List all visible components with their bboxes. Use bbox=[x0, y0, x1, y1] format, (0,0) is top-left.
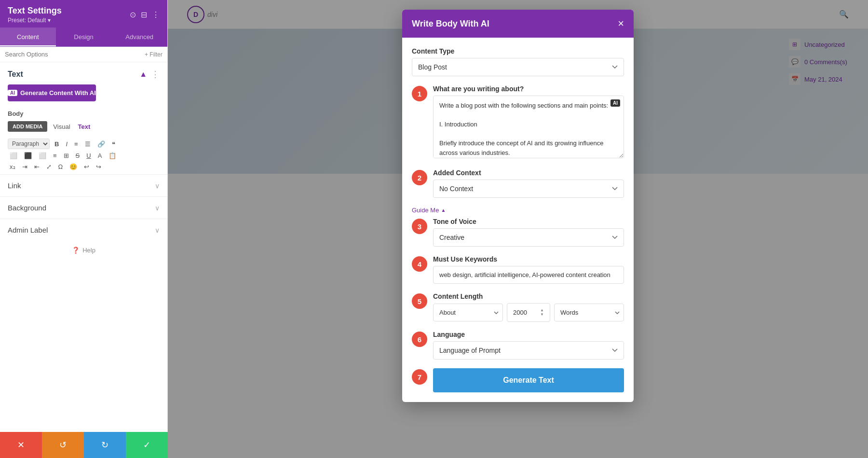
strikethrough-button[interactable]: S bbox=[74, 151, 82, 160]
help-label[interactable]: Help bbox=[82, 247, 95, 254]
table-button[interactable]: ⊞ bbox=[62, 151, 71, 160]
modal-close-button[interactable]: × bbox=[618, 18, 624, 29]
writing-textarea[interactable] bbox=[433, 96, 624, 158]
link-button[interactable]: 🔗 bbox=[95, 139, 107, 149]
section-more-dots[interactable]: ⋮ bbox=[151, 69, 160, 80]
text-color-button[interactable]: A bbox=[96, 151, 104, 160]
step-7-badge: 7 bbox=[412, 369, 427, 385]
tab-advanced[interactable]: Advanced bbox=[111, 28, 167, 46]
generate-text-button[interactable]: Generate Text bbox=[433, 368, 624, 392]
bold-button[interactable]: B bbox=[53, 139, 61, 149]
step-6-badge: 6 bbox=[412, 332, 427, 347]
align-right-button[interactable]: ⬜ bbox=[37, 151, 48, 160]
redo-footer-button[interactable]: ↻ bbox=[84, 432, 126, 458]
link-label: Link bbox=[8, 181, 21, 190]
modal-body: Content Type Blog Post Article Essay 1 W… bbox=[402, 38, 634, 402]
search-input[interactable] bbox=[5, 51, 141, 58]
step-3-badge: 3 bbox=[412, 219, 427, 234]
more-icon[interactable]: ⋮ bbox=[152, 10, 160, 19]
text-tab[interactable]: Text bbox=[76, 122, 93, 131]
panel-header-icons: ⊙ ⊟ ⋮ bbox=[130, 10, 160, 19]
add-media-button[interactable]: ADD MEDIA bbox=[8, 121, 47, 132]
generate-ai-button[interactable]: AI Generate Content With AI bbox=[8, 84, 96, 101]
layout-icon[interactable]: ⊟ bbox=[141, 10, 147, 19]
content-type-select[interactable]: Blog Post Article Essay bbox=[412, 58, 624, 76]
tab-content[interactable]: Content bbox=[0, 28, 56, 46]
help-row: ❓ Help bbox=[0, 241, 167, 260]
tone-of-voice-select[interactable]: Professional Casual Creative Humorous Fo… bbox=[433, 228, 624, 247]
save-button[interactable]: ✓ bbox=[126, 432, 168, 458]
step-5-row: 5 Content Length About Exactly At Least … bbox=[412, 292, 624, 322]
length-spinner-up[interactable]: ▲ bbox=[540, 308, 544, 312]
step-6-row: 6 Language Language of Prompt English Sp… bbox=[412, 331, 624, 360]
step-5-content: Content Length About Exactly At Least 20… bbox=[433, 292, 624, 322]
step-6-label: Language bbox=[433, 331, 624, 338]
length-spinner-down[interactable]: ▼ bbox=[540, 313, 544, 317]
expand-button[interactable]: ⤢ bbox=[44, 162, 54, 171]
filter-button[interactable]: + Filter bbox=[145, 51, 163, 58]
step-3-label: Tone of Voice bbox=[433, 218, 624, 225]
special-char-button[interactable]: Ω bbox=[56, 162, 65, 171]
focus-icon[interactable]: ⊙ bbox=[130, 10, 136, 19]
background-section-header[interactable]: Background ∨ bbox=[0, 197, 167, 219]
language-select[interactable]: Language of Prompt English Spanish Frenc… bbox=[433, 341, 624, 360]
underline-button[interactable]: U bbox=[84, 151, 93, 160]
subscript-button[interactable]: x₂ bbox=[8, 162, 17, 171]
text-section-title: Text bbox=[8, 70, 23, 79]
admin-label-section: Admin Label ∨ bbox=[0, 219, 167, 241]
guide-me-link[interactable]: Guide Me ▲ bbox=[412, 207, 624, 214]
added-context-select[interactable]: No Context Custom Context Page Context bbox=[433, 180, 624, 198]
tab-design[interactable]: Design bbox=[56, 28, 112, 46]
step-5-badge: 5 bbox=[412, 293, 427, 309]
align-left-button[interactable]: ⬜ bbox=[8, 151, 19, 160]
link-section-header[interactable]: Link ∨ bbox=[0, 175, 167, 196]
visual-tab[interactable]: Visual bbox=[51, 122, 72, 131]
align-justify-button[interactable]: ≡ bbox=[51, 151, 59, 160]
step-7-content: Generate Text bbox=[433, 368, 624, 392]
admin-label-section-header[interactable]: Admin Label ∨ bbox=[0, 219, 167, 241]
ordered-list-button[interactable]: ☰ bbox=[83, 139, 93, 149]
italic-button[interactable]: I bbox=[64, 139, 69, 149]
panel-preset[interactable]: Preset: Default ▾ bbox=[8, 17, 62, 24]
step-5-label: Content Length bbox=[433, 292, 624, 300]
indent-button[interactable]: ⇥ bbox=[20, 162, 29, 171]
modal-header: Write Body With AI × bbox=[402, 10, 634, 38]
keywords-input[interactable] bbox=[433, 266, 624, 284]
step-3-content: Tone of Voice Professional Casual Creati… bbox=[433, 218, 624, 247]
paragraph-select[interactable]: Paragraph bbox=[8, 139, 50, 149]
ai-button-label: Generate Content With AI bbox=[20, 89, 96, 97]
emoji-button[interactable]: 😊 bbox=[68, 162, 79, 171]
step-1-content: What are you writing about? AI bbox=[433, 85, 624, 160]
guide-arrow-icon: ▲ bbox=[441, 208, 446, 213]
undo-footer-button[interactable]: ↺ bbox=[42, 432, 84, 458]
paste-button[interactable]: 📋 bbox=[107, 151, 118, 160]
panel-title: Text Settings bbox=[8, 6, 62, 16]
unordered-list-button[interactable]: ≡ bbox=[72, 139, 80, 149]
link-arrow-icon: ∨ bbox=[155, 182, 160, 190]
left-panel: Text Settings Preset: Default ▾ ⊙ ⊟ ⋮ Co… bbox=[0, 0, 168, 458]
undo-button[interactable]: ↩ bbox=[82, 162, 91, 171]
panel-content: Text ▲ ⋮ AI Generate Content With AI Bod… bbox=[0, 62, 167, 458]
textarea-ai-icon: AI bbox=[610, 99, 620, 107]
admin-label-arrow-icon: ∨ bbox=[155, 226, 160, 234]
outdent-button[interactable]: ⇤ bbox=[32, 162, 41, 171]
length-about-select[interactable]: About Exactly At Least bbox=[433, 304, 503, 321]
align-center-button[interactable]: ⬛ bbox=[22, 151, 34, 160]
editor-toolbar: Paragraph B I ≡ ☰ 🔗 ❝ ⬜ ⬛ ⬜ ≡ ⊞ S U A 📋 … bbox=[0, 136, 167, 174]
background-section: Background ∨ bbox=[0, 196, 167, 219]
modal-overlay: Write Body With AI × Content Type Blog P… bbox=[168, 0, 868, 458]
section-collapse-arrow[interactable]: ▲ bbox=[139, 70, 147, 79]
background-label: Background bbox=[8, 204, 46, 212]
length-words-select[interactable]: Words Characters Sentences bbox=[554, 304, 624, 321]
blockquote-button[interactable]: ❝ bbox=[110, 139, 117, 149]
guide-me-label: Guide Me bbox=[412, 207, 439, 214]
redo-button[interactable]: ↪ bbox=[94, 162, 103, 171]
section-controls: ▲ ⋮ bbox=[139, 69, 160, 80]
panel-footer: ✕ ↺ ↻ ✓ bbox=[0, 432, 168, 458]
cancel-button[interactable]: ✕ bbox=[0, 432, 42, 458]
step-4-label: Must Use Keywords bbox=[433, 255, 624, 263]
step-1-label: What are you writing about? bbox=[433, 85, 624, 93]
panel-tabs: Content Design Advanced bbox=[0, 28, 167, 47]
step-4-content: Must Use Keywords bbox=[433, 255, 624, 284]
main-area: D divi HOME SAMPLE PAGE UNCATEGORIZED 🔍 … bbox=[168, 0, 868, 458]
